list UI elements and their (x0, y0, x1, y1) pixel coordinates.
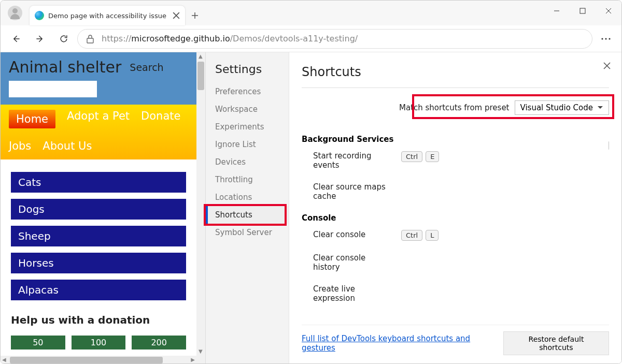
shortcut-label: Clear console (313, 230, 391, 239)
page-horizontal-scrollbar[interactable]: ◀▶ (1, 356, 196, 364)
sidebar-item-workspace[interactable]: Workspace (206, 100, 289, 118)
maximize-button[interactable] (570, 1, 596, 21)
preset-select[interactable]: Visual Studio Code (515, 100, 610, 115)
sidebar-item-throttling[interactable]: Throttling (206, 171, 289, 188)
browser-tab[interactable]: Demo page with accessibility issue (30, 6, 185, 25)
tab-title: Demo page with accessibility issue (48, 12, 168, 20)
settings-title: Settings (206, 63, 289, 83)
preset-value: Visual Studio Code (520, 103, 593, 112)
sidebar-item-ignore-list[interactable]: Ignore List (206, 136, 289, 153)
edge-favicon (35, 11, 44, 20)
devtools-panel: Settings Preferences Workspace Experimen… (205, 52, 621, 364)
donation-section: Help us with a donation 50 100 200 Other (1, 304, 196, 365)
svg-point-2 (601, 38, 603, 39)
sidebar-item-shortcuts[interactable]: Shortcuts (206, 206, 289, 224)
shortcut-label: Start recording events (313, 151, 391, 170)
close-window-button[interactable] (596, 1, 621, 21)
page-viewport: Animal shelter Search Home Adopt a Pet D… (1, 52, 205, 364)
donation-heading: Help us with a donation (11, 314, 186, 326)
shortcut-label: Clear source maps cache (313, 182, 391, 201)
new-tab-button[interactable] (185, 6, 205, 25)
chevron-down-icon (597, 106, 603, 110)
shortcuts-body: Background Services Start recording even… (302, 130, 609, 325)
settings-main: Shortcuts Match shortcuts from preset Vi… (289, 52, 621, 364)
close-settings-icon[interactable] (603, 62, 611, 70)
svg-rect-0 (580, 8, 585, 13)
close-tab-icon[interactable] (173, 12, 180, 19)
search-label: Search (130, 62, 163, 73)
shortcuts-scrollbar[interactable]: ▲▼ (606, 130, 609, 325)
list-item[interactable]: Horses (11, 253, 186, 273)
list-item[interactable]: Dogs (11, 199, 186, 220)
category-list: Cats Dogs Sheep Horses Alpacas (1, 159, 196, 304)
section-title: Console (302, 213, 609, 223)
shortcut-row: Clear console CtrlL (313, 230, 609, 241)
back-button[interactable] (6, 28, 26, 49)
settings-footer: Full list of DevTools keyboard shortcuts… (302, 325, 609, 364)
svg-rect-1 (87, 38, 93, 43)
refresh-button[interactable] (53, 28, 74, 49)
donate-50[interactable]: 50 (11, 336, 65, 350)
forward-button[interactable] (30, 28, 50, 49)
lock-icon (86, 34, 94, 43)
nav-about[interactable]: About Us (43, 140, 92, 152)
preset-label: Match shortcuts from preset (399, 103, 510, 112)
preset-row: Match shortcuts from preset Visual Studi… (302, 100, 609, 115)
shortcut-row: Clear console history (313, 253, 609, 272)
more-menu-button[interactable] (596, 28, 616, 49)
settings-sidebar: Settings Preferences Workspace Experimen… (206, 52, 289, 364)
key: Ctrl (401, 230, 422, 241)
full-list-link[interactable]: Full list of DevTools keyboard shortcuts… (302, 334, 503, 353)
shortcut-label: Clear console history (313, 253, 391, 272)
section-title: Background Services (302, 135, 609, 144)
window-controls (544, 1, 621, 21)
browser-titlebar: Demo page with accessibility issue (1, 1, 621, 25)
shortcut-label: Create live expression (313, 284, 391, 303)
page-title: Animal shelter (9, 59, 121, 77)
key: E (426, 151, 439, 162)
main-nav: Home Adopt a Pet Donate Jobs About Us (1, 105, 196, 159)
donate-200[interactable]: 200 (132, 336, 186, 350)
sidebar-item-experiments[interactable]: Experiments (206, 118, 289, 136)
nav-donate[interactable]: Donate (141, 110, 180, 128)
svg-point-3 (605, 38, 606, 39)
browser-toolbar: https://microsoftedge.github.io/Demos/de… (1, 25, 621, 52)
donate-100[interactable]: 100 (72, 336, 126, 350)
content-area: Animal shelter Search Home Adopt a Pet D… (1, 52, 621, 364)
list-item[interactable]: Alpacas (11, 280, 186, 300)
page-header: Animal shelter Search (1, 52, 196, 105)
sidebar-item-locations[interactable]: Locations (206, 188, 289, 206)
profile-avatar[interactable] (8, 6, 22, 20)
list-item[interactable]: Cats (11, 172, 186, 193)
shortcut-row: Start recording events CtrlE (313, 151, 609, 170)
sidebar-item-preferences[interactable]: Preferences (206, 83, 289, 100)
url-text: https://microsoftedge.github.io/Demos/de… (102, 34, 358, 43)
shortcut-row: Clear source maps cache (313, 182, 609, 201)
nav-adopt[interactable]: Adopt a Pet (67, 110, 130, 128)
minimize-button[interactable] (544, 1, 570, 21)
page-vertical-scrollbar[interactable]: ▲▼ (196, 52, 205, 364)
sidebar-item-symbol-server[interactable]: Symbol Server (206, 224, 289, 241)
list-item[interactable]: Sheep (11, 226, 186, 246)
sidebar-item-devices[interactable]: Devices (206, 153, 289, 171)
address-bar[interactable]: https://microsoftedge.github.io/Demos/de… (77, 29, 592, 49)
key: L (426, 230, 439, 241)
nav-home[interactable]: Home (9, 110, 55, 128)
search-input[interactable] (9, 81, 97, 97)
restore-defaults-button[interactable]: Restore default shortcuts (503, 331, 609, 355)
shortcuts-heading: Shortcuts (302, 65, 609, 88)
nav-jobs[interactable]: Jobs (9, 140, 31, 152)
svg-point-4 (609, 38, 610, 39)
shortcut-row: Create live expression (313, 284, 609, 303)
key: Ctrl (401, 151, 422, 162)
